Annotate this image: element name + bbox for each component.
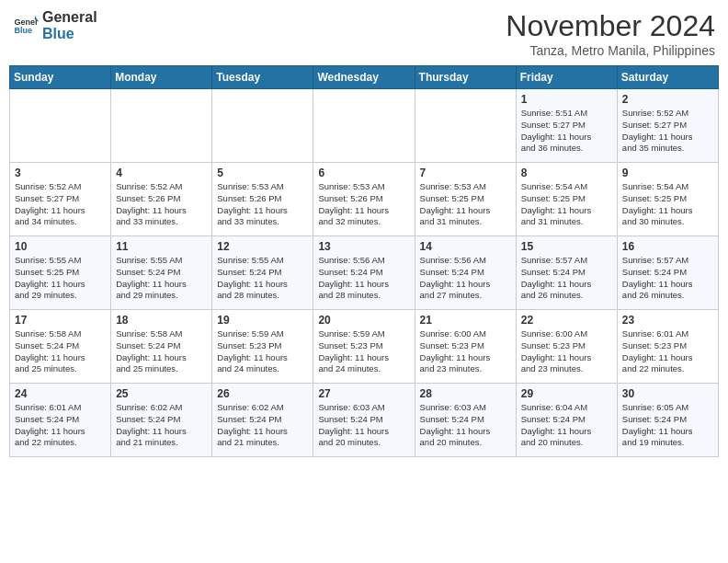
day-number: 16	[622, 240, 713, 253]
calendar-cell	[212, 89, 313, 163]
weekday-header-monday: Monday	[111, 66, 212, 89]
day-number: 28	[420, 387, 511, 400]
calendar-cell: 21Sunrise: 6:00 AM Sunset: 5:23 PM Dayli…	[415, 310, 516, 384]
day-number: 6	[318, 167, 409, 179]
calendar-week-3: 10Sunrise: 5:55 AM Sunset: 5:25 PM Dayli…	[10, 236, 719, 310]
day-info: Sunrise: 6:04 AM Sunset: 5:24 PM Dayligh…	[521, 402, 612, 449]
location-title: Tanza, Metro Manila, Philippines	[506, 43, 715, 58]
weekday-header-wednesday: Wednesday	[313, 66, 415, 89]
weekday-header-friday: Friday	[516, 66, 617, 89]
day-number: 29	[521, 387, 612, 400]
day-info: Sunrise: 5:51 AM Sunset: 5:27 PM Dayligh…	[521, 108, 612, 155]
day-number: 24	[15, 387, 106, 400]
day-info: Sunrise: 6:00 AM Sunset: 5:23 PM Dayligh…	[521, 328, 612, 375]
calendar-cell: 10Sunrise: 5:55 AM Sunset: 5:25 PM Dayli…	[10, 236, 111, 310]
day-info: Sunrise: 6:03 AM Sunset: 5:24 PM Dayligh…	[420, 402, 511, 449]
day-info: Sunrise: 5:53 AM Sunset: 5:26 PM Dayligh…	[318, 181, 409, 228]
weekday-header-row: SundayMondayTuesdayWednesdayThursdayFrid…	[10, 66, 719, 89]
day-info: Sunrise: 5:52 AM Sunset: 5:27 PM Dayligh…	[15, 181, 106, 228]
calendar-cell: 25Sunrise: 6:02 AM Sunset: 5:24 PM Dayli…	[111, 384, 212, 457]
calendar-cell: 9Sunrise: 5:54 AM Sunset: 5:25 PM Daylig…	[617, 163, 718, 236]
calendar-cell: 1Sunrise: 5:51 AM Sunset: 5:27 PM Daylig…	[516, 89, 617, 163]
page-header: General Blue General Blue November 2024 …	[9, 9, 719, 58]
day-number: 2	[622, 93, 713, 106]
calendar-cell: 2Sunrise: 5:52 AM Sunset: 5:27 PM Daylig…	[617, 89, 718, 163]
calendar-cell: 20Sunrise: 5:59 AM Sunset: 5:23 PM Dayli…	[313, 310, 415, 384]
calendar-cell: 30Sunrise: 6:05 AM Sunset: 5:24 PM Dayli…	[617, 384, 718, 457]
calendar-cell: 26Sunrise: 6:02 AM Sunset: 5:24 PM Dayli…	[212, 384, 313, 457]
logo-icon: General Blue	[13, 13, 39, 39]
logo-blue: Blue	[42, 26, 97, 42]
day-info: Sunrise: 5:53 AM Sunset: 5:26 PM Dayligh…	[217, 181, 308, 228]
day-number: 20	[318, 314, 409, 327]
calendar-cell: 6Sunrise: 5:53 AM Sunset: 5:26 PM Daylig…	[313, 163, 415, 236]
day-number: 12	[217, 240, 308, 253]
calendar-cell: 18Sunrise: 5:58 AM Sunset: 5:24 PM Dayli…	[111, 310, 212, 384]
day-info: Sunrise: 6:00 AM Sunset: 5:23 PM Dayligh…	[420, 328, 511, 375]
calendar-cell: 29Sunrise: 6:04 AM Sunset: 5:24 PM Dayli…	[516, 384, 617, 457]
day-number: 5	[217, 167, 308, 179]
calendar-cell	[111, 89, 212, 163]
day-number: 15	[521, 240, 612, 253]
day-number: 11	[116, 240, 207, 253]
day-number: 21	[420, 314, 511, 327]
day-info: Sunrise: 5:59 AM Sunset: 5:23 PM Dayligh…	[318, 328, 409, 375]
day-number: 18	[116, 314, 207, 327]
day-number: 22	[521, 314, 612, 327]
day-number: 9	[622, 167, 713, 179]
day-info: Sunrise: 5:56 AM Sunset: 5:24 PM Dayligh…	[420, 255, 511, 302]
day-number: 3	[15, 167, 106, 179]
day-number: 1	[521, 93, 612, 106]
day-info: Sunrise: 5:55 AM Sunset: 5:24 PM Dayligh…	[217, 255, 308, 302]
calendar-cell: 24Sunrise: 6:01 AM Sunset: 5:24 PM Dayli…	[10, 384, 111, 457]
calendar-week-2: 3Sunrise: 5:52 AM Sunset: 5:27 PM Daylig…	[10, 163, 719, 236]
weekday-header-tuesday: Tuesday	[212, 66, 313, 89]
calendar-week-4: 17Sunrise: 5:58 AM Sunset: 5:24 PM Dayli…	[10, 310, 719, 384]
day-number: 30	[622, 387, 713, 400]
calendar-cell: 4Sunrise: 5:52 AM Sunset: 5:26 PM Daylig…	[111, 163, 212, 236]
day-info: Sunrise: 6:02 AM Sunset: 5:24 PM Dayligh…	[116, 402, 207, 449]
day-number: 27	[318, 387, 409, 400]
calendar-cell: 12Sunrise: 5:55 AM Sunset: 5:24 PM Dayli…	[212, 236, 313, 310]
day-info: Sunrise: 5:52 AM Sunset: 5:26 PM Dayligh…	[116, 181, 207, 228]
calendar-cell: 8Sunrise: 5:54 AM Sunset: 5:25 PM Daylig…	[516, 163, 617, 236]
day-number: 8	[521, 167, 612, 179]
day-info: Sunrise: 5:54 AM Sunset: 5:25 PM Dayligh…	[521, 181, 612, 228]
calendar-header: SundayMondayTuesdayWednesdayThursdayFrid…	[10, 66, 719, 89]
day-info: Sunrise: 5:57 AM Sunset: 5:24 PM Dayligh…	[521, 255, 612, 302]
day-info: Sunrise: 6:03 AM Sunset: 5:24 PM Dayligh…	[318, 402, 409, 449]
day-number: 13	[318, 240, 409, 253]
day-number: 23	[622, 314, 713, 327]
calendar-cell: 23Sunrise: 6:01 AM Sunset: 5:23 PM Dayli…	[617, 310, 718, 384]
day-number: 4	[116, 167, 207, 179]
month-title: November 2024	[506, 9, 715, 43]
title-block: November 2024 Tanza, Metro Manila, Phili…	[506, 9, 715, 58]
calendar-cell: 5Sunrise: 5:53 AM Sunset: 5:26 PM Daylig…	[212, 163, 313, 236]
calendar-cell: 17Sunrise: 5:58 AM Sunset: 5:24 PM Dayli…	[10, 310, 111, 384]
day-number: 7	[420, 167, 511, 179]
weekday-header-saturday: Saturday	[617, 66, 718, 89]
calendar-week-1: 1Sunrise: 5:51 AM Sunset: 5:27 PM Daylig…	[10, 89, 719, 163]
day-info: Sunrise: 5:55 AM Sunset: 5:24 PM Dayligh…	[116, 255, 207, 302]
day-info: Sunrise: 5:54 AM Sunset: 5:25 PM Dayligh…	[622, 181, 713, 228]
calendar-week-5: 24Sunrise: 6:01 AM Sunset: 5:24 PM Dayli…	[10, 384, 719, 457]
day-number: 17	[15, 314, 106, 327]
calendar-table: SundayMondayTuesdayWednesdayThursdayFrid…	[9, 65, 719, 457]
calendar-cell: 16Sunrise: 5:57 AM Sunset: 5:24 PM Dayli…	[617, 236, 718, 310]
calendar-body: 1Sunrise: 5:51 AM Sunset: 5:27 PM Daylig…	[10, 89, 719, 457]
calendar-cell: 11Sunrise: 5:55 AM Sunset: 5:24 PM Dayli…	[111, 236, 212, 310]
day-info: Sunrise: 5:59 AM Sunset: 5:23 PM Dayligh…	[217, 328, 308, 375]
calendar-cell: 7Sunrise: 5:53 AM Sunset: 5:25 PM Daylig…	[415, 163, 516, 236]
weekday-header-sunday: Sunday	[10, 66, 111, 89]
day-number: 10	[15, 240, 106, 253]
svg-text:Blue: Blue	[14, 26, 32, 35]
day-info: Sunrise: 5:58 AM Sunset: 5:24 PM Dayligh…	[116, 328, 207, 375]
day-number: 25	[116, 387, 207, 400]
day-info: Sunrise: 6:05 AM Sunset: 5:24 PM Dayligh…	[622, 402, 713, 449]
calendar-cell: 14Sunrise: 5:56 AM Sunset: 5:24 PM Dayli…	[415, 236, 516, 310]
logo-general: General	[42, 9, 97, 25]
calendar-cell: 22Sunrise: 6:00 AM Sunset: 5:23 PM Dayli…	[516, 310, 617, 384]
calendar-cell: 28Sunrise: 6:03 AM Sunset: 5:24 PM Dayli…	[415, 384, 516, 457]
calendar-cell: 3Sunrise: 5:52 AM Sunset: 5:27 PM Daylig…	[10, 163, 111, 236]
weekday-header-thursday: Thursday	[415, 66, 516, 89]
